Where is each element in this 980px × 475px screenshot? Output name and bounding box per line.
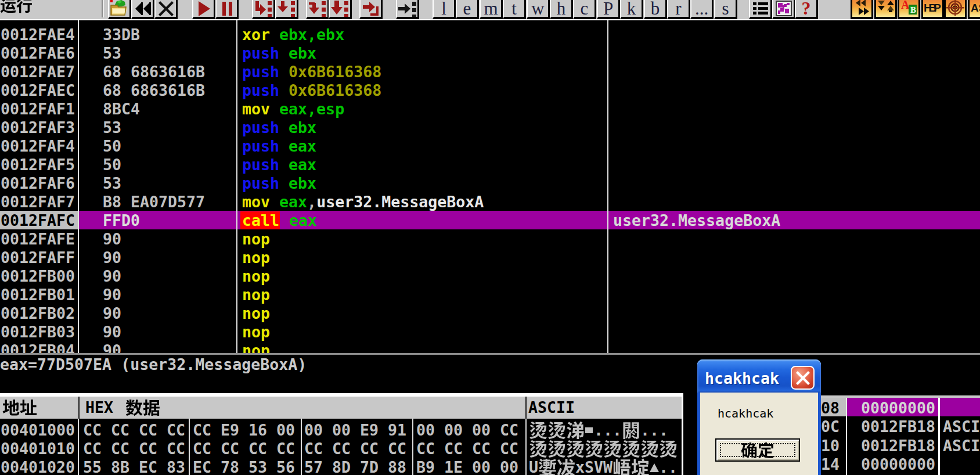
as-plugin-button[interactable]: AS — [968, 0, 980, 19]
close-x-icon — [158, 1, 174, 16]
hex-dump-pane[interactable]: 00401000CC CC CC CCCC E9 16 0000 00 E9 9… — [0, 419, 683, 475]
register-info: eax=77D507EA (user32.MessageBoxA) — [0, 355, 307, 374]
disasm-row[interactable]: 0012FAF450push eax — [0, 136, 980, 155]
hex-bytes: EC 78 53 56 — [193, 458, 295, 475]
disasm-row[interactable]: 0012FAEC68 6863616Bpush 0x6B616368 — [0, 81, 980, 99]
window-button-m[interactable]: m — [480, 0, 503, 19]
disasm-row[interactable]: 0012FAF353push ebx — [0, 118, 980, 136]
run-button[interactable] — [192, 0, 215, 19]
close-icon[interactable] — [791, 366, 815, 390]
till-return-button[interactable] — [359, 0, 383, 19]
instruction-text: nop — [242, 267, 606, 286]
step-over-button[interactable] — [275, 0, 298, 19]
pane-splitter[interactable] — [682, 393, 683, 475]
info-pane[interactable]: eax=77D507EA (user32.MessageBoxA) — [0, 355, 980, 393]
column-divider[interactable] — [236, 20, 237, 353]
hbp-icon: HBP — [924, 0, 942, 18]
messagebox-dialog: hcakhcak hcakhcak — [697, 359, 821, 475]
dialog-titlebar[interactable]: hcakhcak — [697, 359, 821, 393]
animate-into-button[interactable] — [306, 0, 329, 19]
dump-header-address — [2, 399, 37, 416]
window-button-s[interactable]: s — [714, 0, 737, 19]
instruction-bytes: 68 6863616B — [103, 63, 234, 81]
instruction-text: nop — [242, 304, 606, 323]
window-button-b[interactable]: b — [644, 0, 667, 19]
dump-address: 00401000 — [1, 421, 75, 440]
jump-arrows-plugin-button[interactable] — [851, 0, 873, 19]
window-button-k[interactable]: k — [620, 0, 643, 19]
appearance-button[interactable] — [772, 0, 795, 19]
disasm-row[interactable]: 0012FAFE90nop — [0, 229, 980, 248]
disasm-row[interactable]: 0012FAE433DBxor ebx,ebx — [0, 25, 980, 44]
pause-button[interactable] — [215, 0, 239, 19]
disasm-row[interactable]: 0012FB0390nop — [0, 322, 980, 341]
animate-over-button[interactable] — [329, 0, 352, 19]
jump-arrows-icon — [853, 0, 871, 18]
window-button-c[interactable]: c — [573, 0, 596, 19]
instruction-bytes: 50 — [103, 156, 234, 174]
letter-label: b — [651, 0, 660, 17]
instruction-text: nop — [242, 286, 606, 304]
window-button-t[interactable]: t — [503, 0, 526, 19]
stack-value: 0012FB18 — [861, 418, 935, 436]
disasm-row[interactable]: 0012FAE768 6863616Bpush 0x6B616368 — [0, 62, 980, 81]
disasm-row[interactable]: 0012FB0190nop — [0, 285, 980, 304]
instruction-address: 0012FAF7 — [1, 193, 77, 211]
restart-button[interactable] — [131, 0, 154, 19]
step-into-button[interactable] — [252, 0, 275, 19]
instruction-address: 0012FAE6 — [1, 44, 77, 63]
disasm-row[interactable]: 0012FB0090nop — [0, 267, 980, 285]
window-button-P[interactable]: P — [597, 0, 620, 19]
disasm-row[interactable]: 0012FAFCFFD0call eaxuser32.MessageBoxA — [0, 211, 980, 229]
ok-button[interactable] — [715, 438, 800, 462]
letter-label: c — [581, 0, 589, 17]
disasm-row[interactable]: 0012FAE653push ebx — [0, 44, 980, 62]
close-button[interactable] — [154, 0, 178, 19]
instruction-address: 0012FAFE — [1, 230, 77, 249]
instruction-bytes: 50 — [103, 137, 234, 156]
instruction-bytes: B8 EA07D577 — [103, 193, 234, 211]
goto-button[interactable] — [396, 0, 419, 19]
hex-bytes: 57 8D 7D 88 — [304, 458, 406, 475]
window-button-e[interactable]: e — [456, 0, 479, 19]
options-button[interactable] — [749, 0, 772, 19]
disasm-row[interactable]: 0012FB0490nop — [0, 341, 980, 353]
help-button[interactable]: ? — [795, 0, 818, 19]
updown-arrows-plugin-button[interactable] — [874, 0, 897, 19]
disasm-row[interactable]: 0012FAF7B8 EA07D577mov eax,user32.Messag… — [0, 192, 980, 211]
ab-compare-plugin-button[interactable]: AB — [898, 0, 920, 19]
instruction-address: 0012FAF6 — [1, 174, 77, 193]
instruction-address: 0012FAF3 — [1, 118, 77, 137]
instruction-address: 0012FAEC — [1, 81, 77, 100]
disasm-row[interactable]: 0012FAFF90nop — [0, 248, 980, 267]
window-button-r[interactable]: r — [667, 0, 690, 19]
letter-label: w — [531, 0, 544, 17]
instruction-address: 0012FAF1 — [1, 100, 77, 118]
as-icon: AS — [970, 0, 980, 18]
column-divider[interactable] — [78, 20, 79, 353]
status-run-label — [0, 0, 35, 15]
column-divider[interactable] — [607, 20, 608, 353]
options-list-icon — [752, 1, 769, 16]
instruction-text: nop — [242, 341, 606, 353]
window-button-h[interactable]: h — [550, 0, 573, 19]
go-to-icon — [398, 1, 417, 17]
open-button[interactable] — [108, 0, 131, 19]
svg-text:HBP: HBP — [924, 2, 941, 14]
instruction-text: nop — [242, 230, 606, 249]
target-plugin-button[interactable] — [944, 0, 967, 19]
window-button-dotdotdot[interactable]: ... — [690, 0, 714, 19]
dump-header-ascii: ASCII — [528, 397, 575, 419]
pause-icon — [221, 1, 233, 16]
hbp-plugin-button[interactable]: HBP — [921, 0, 944, 19]
ok-button-label — [741, 442, 774, 459]
window-button-w[interactable]: w — [527, 0, 550, 19]
window-button-l[interactable]: l — [433, 0, 456, 19]
disasm-row[interactable]: 0012FAF550push eax — [0, 155, 980, 174]
disasm-row[interactable]: 0012FAF18BC4mov eax,esp — [0, 99, 980, 118]
disassembly-pane[interactable]: 0012FAE433DBxor ebx,ebx0012FAE653push eb… — [0, 20, 980, 353]
updown-arrows-icon — [877, 0, 895, 18]
disasm-row[interactable]: 0012FAF653push ebx — [0, 174, 980, 192]
stack-value: 00000000 — [861, 399, 935, 418]
disasm-row[interactable]: 0012FB0290nop — [0, 304, 980, 322]
